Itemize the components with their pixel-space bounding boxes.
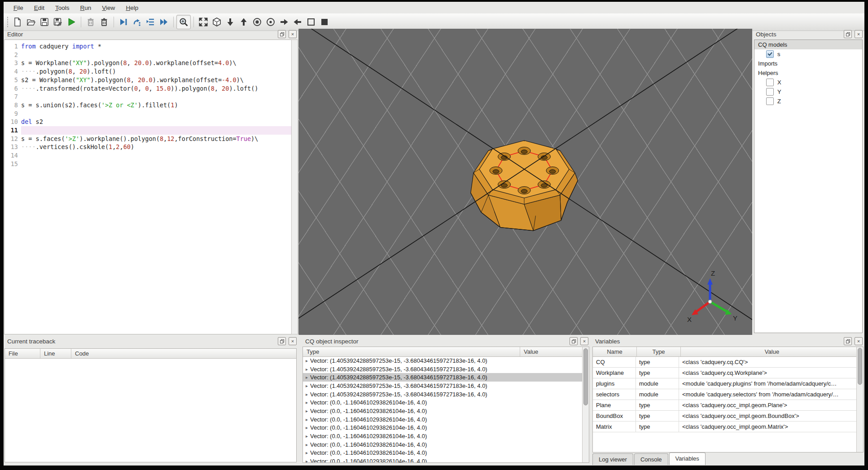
close-panel-button[interactable]: ×	[289, 30, 297, 38]
checkbox-z[interactable]	[766, 97, 774, 105]
variables-scrollbar[interactable]	[856, 347, 863, 452]
menu-file[interactable]: File	[9, 3, 28, 13]
inspector-scrollbar[interactable]	[582, 347, 589, 462]
tree-group-imports[interactable]: Imports	[754, 59, 862, 68]
code-line: 14	[4, 151, 292, 160]
float-panel-button[interactable]	[844, 30, 852, 38]
tree-group-cq-models[interactable]: CQ models	[754, 40, 862, 49]
save-as-button[interactable]	[51, 15, 65, 29]
column-header-name[interactable]: Name	[593, 347, 637, 356]
cq-editor-window: File Edit Tools Run View Help	[4, 2, 864, 466]
continue-button[interactable]	[157, 15, 171, 29]
checkbox-y[interactable]	[766, 88, 774, 96]
iso-view-button[interactable]	[210, 15, 224, 29]
menu-view[interactable]: View	[97, 3, 119, 13]
vector-row[interactable]: ▸Vector: (1.4053924288597253e-15, -3.680…	[303, 356, 583, 365]
checkbox-s[interactable]	[766, 50, 774, 58]
menu-help[interactable]: Help	[121, 3, 143, 13]
toolbar-drag-handle[interactable]	[6, 17, 9, 27]
variable-row[interactable]: BoundBoxtype<class 'cadquery.occ_impl.ge…	[593, 411, 857, 422]
tab-variables[interactable]: Variables	[669, 452, 706, 465]
code-editor[interactable]: 1from cadquery import * 2 3s = Workplane…	[4, 40, 292, 334]
float-icon	[846, 32, 850, 36]
traceback-panel-title: Current traceback	[4, 336, 298, 347]
column-header-value[interactable]: Value	[681, 347, 863, 356]
menu-bar: File Edit Tools Run View Help	[4, 2, 864, 13]
tree-item-z[interactable]: Z	[754, 97, 862, 106]
delete-all-button[interactable]	[97, 15, 111, 29]
tree-item-y[interactable]: Y	[754, 87, 862, 97]
menu-run[interactable]: Run	[76, 3, 96, 13]
inspect-toggle-button[interactable]	[176, 15, 191, 29]
save-icon	[39, 17, 49, 27]
step-button[interactable]	[130, 15, 144, 29]
3d-viewport[interactable]: Z X Y	[298, 29, 752, 335]
back-view-button[interactable]	[264, 15, 277, 29]
close-icon: ×	[857, 32, 860, 37]
axis-label-y: Y	[733, 314, 737, 322]
close-panel-button[interactable]: ×	[289, 337, 297, 345]
checkbox-x[interactable]	[766, 79, 774, 86]
right-view-button[interactable]	[291, 15, 304, 29]
cad-model[interactable]	[471, 141, 578, 231]
square-outline-icon	[306, 17, 316, 27]
vector-row[interactable]: ▸Vector: (0.0, -1.1604610293826104e-16, …	[303, 457, 583, 462]
close-panel-button[interactable]: ×	[855, 337, 863, 345]
open-button[interactable]	[24, 15, 38, 29]
vector-row[interactable]: ▸Vector: (0.0, -1.1604610293826104e-16, …	[303, 440, 583, 449]
variable-row[interactable]: pluginsmodule<module 'cadquery.plugins' …	[593, 378, 857, 389]
variable-row[interactable]: Matrixtype<class 'cadquery.occ_impl.geom…	[593, 422, 857, 432]
float-panel-button[interactable]	[844, 337, 852, 345]
vector-row[interactable]: ▸Vector: (0.0, -1.1604610293826104e-16, …	[303, 424, 583, 432]
vector-row[interactable]: ▸Vector: (0.0, -1.1604610293826104e-16, …	[303, 398, 583, 407]
front-view-button[interactable]	[250, 15, 264, 29]
debug-button[interactable]	[117, 15, 130, 29]
left-view-button[interactable]	[277, 15, 291, 29]
fit-view-button[interactable]	[197, 15, 210, 29]
editor-scrollbar[interactable]	[291, 40, 298, 334]
tab-console[interactable]: Console	[634, 453, 668, 465]
save-button[interactable]	[38, 15, 51, 29]
delete-button[interactable]	[84, 15, 97, 29]
float-icon	[572, 339, 575, 343]
column-header-type[interactable]: Type	[637, 347, 681, 356]
new-file-button[interactable]	[11, 15, 24, 29]
step-in-button[interactable]	[144, 15, 157, 29]
float-panel-button[interactable]	[278, 337, 286, 345]
close-icon: ×	[583, 339, 586, 344]
tree-item-x[interactable]: X	[754, 78, 862, 87]
axis-label-x: X	[687, 316, 692, 323]
vector-row[interactable]: ▸Vector: (1.4053924288597253e-15, -3.680…	[303, 390, 583, 399]
column-header-line[interactable]: Line	[40, 349, 71, 358]
float-panel-button[interactable]	[278, 30, 286, 38]
column-header-value[interactable]: Value	[520, 347, 589, 356]
vector-row[interactable]: ▸Vector: (1.4053924288597253e-15, -3.680…	[303, 365, 583, 373]
column-header-code[interactable]: Code	[71, 349, 296, 358]
column-header-type[interactable]: Type	[303, 347, 520, 356]
variable-row[interactable]: selectorsmodule<module 'cadquery.selecto…	[593, 389, 857, 400]
wireframe-view-button[interactable]	[304, 15, 318, 29]
float-panel-button[interactable]	[570, 337, 578, 345]
vector-row[interactable]: ▸Vector: (0.0, -1.1604610293826104e-16, …	[303, 432, 583, 440]
menu-edit[interactable]: Edit	[30, 3, 49, 13]
continue-icon	[159, 17, 169, 27]
vector-row[interactable]: ▸Vector: (0.0, -1.1604610293826104e-16, …	[303, 415, 583, 424]
vector-row[interactable]: ▸Vector: (0.0, -1.1604610293826104e-16, …	[303, 449, 583, 457]
vector-row[interactable]: ▸Vector: (0.0, -1.1604610293826104e-16, …	[303, 407, 583, 415]
top-view-button[interactable]	[224, 15, 237, 29]
menu-tools[interactable]: Tools	[51, 3, 74, 13]
tree-group-helpers[interactable]: Helpers	[754, 68, 862, 78]
variable-row[interactable]: Workplanetype<class 'cadquery.cq.Workpla…	[593, 368, 857, 378]
variable-row[interactable]: CQtype<class 'cadquery.cq.CQ'>	[593, 357, 857, 368]
close-panel-button[interactable]: ×	[580, 337, 588, 345]
close-panel-button[interactable]: ×	[855, 30, 863, 38]
render-button[interactable]	[65, 15, 78, 29]
tree-item-s[interactable]: s	[754, 49, 862, 59]
vector-row-selected[interactable]: ▸Vector: (1.4053924288597253e-15, -3.680…	[303, 373, 583, 382]
variable-row[interactable]: Planetype<class 'cadquery.occ_impl.geom.…	[593, 400, 857, 411]
shaded-view-button[interactable]	[318, 15, 331, 29]
tab-log-viewer[interactable]: Log viewer	[592, 453, 633, 465]
vector-row[interactable]: ▸Vector: (1.4053924288597253e-15, -3.680…	[303, 382, 583, 390]
bottom-view-button[interactable]	[237, 15, 250, 29]
column-header-file[interactable]: File	[5, 349, 40, 358]
